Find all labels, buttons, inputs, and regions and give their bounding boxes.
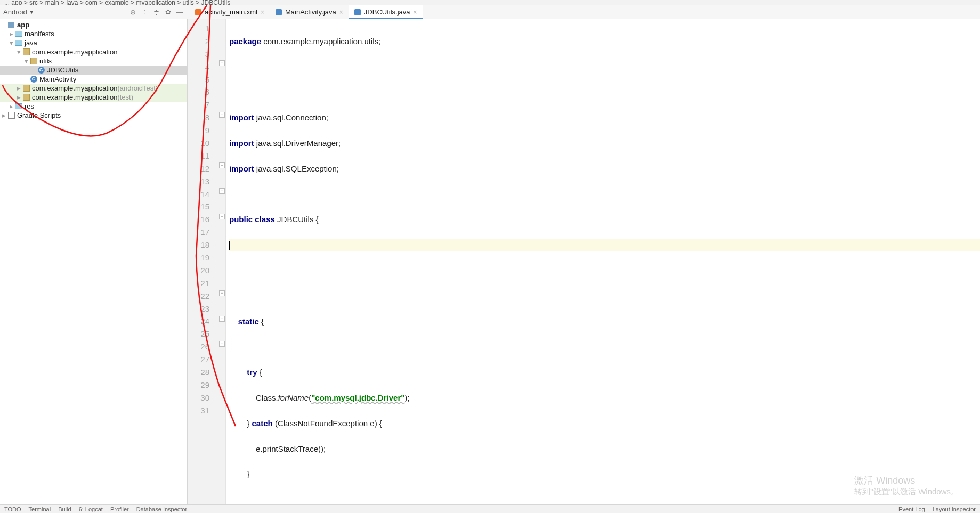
- project-tree[interactable]: app ▸manifests ▾java ▾com.example.myappl…: [0, 19, 188, 504]
- tree-node-res[interactable]: ▸res: [0, 102, 187, 111]
- text-caret: [229, 241, 230, 250]
- tree-node-manifests[interactable]: ▸manifests: [0, 29, 187, 38]
- tab-jdbcutils-java[interactable]: JDBCUtils.java×: [349, 5, 423, 19]
- close-icon[interactable]: ×: [414, 9, 417, 16]
- status-profiler[interactable]: Profiler: [110, 506, 129, 512]
- xml-file-icon: [195, 9, 201, 15]
- status-eventlog[interactable]: Event Log: [898, 506, 925, 512]
- secondary-toolbar: Android ▼ ⊕ ÷ ≑ ✿ — activity_main.xml× M…: [0, 5, 980, 19]
- tab-mainactivity-java[interactable]: MainActivity.java×: [270, 5, 349, 19]
- tree-node-utils[interactable]: ▾utils: [0, 56, 187, 66]
- status-terminal[interactable]: Terminal: [29, 506, 51, 512]
- tree-node-androidtest[interactable]: ▸com.example.myapplication (androidTest): [0, 84, 187, 93]
- status-todo[interactable]: TODO: [4, 506, 21, 512]
- divide-icon[interactable]: ÷: [140, 7, 149, 17]
- line-gutter: 1234567891011121314151617181920212223242…: [188, 19, 218, 504]
- tab-activity-main-xml[interactable]: activity_main.xml×: [190, 5, 270, 19]
- filter-icon[interactable]: ≑: [151, 7, 161, 17]
- tree-node-package[interactable]: ▾com.example.myapplication: [0, 47, 187, 56]
- close-icon[interactable]: ×: [339, 9, 343, 16]
- minimize-icon[interactable]: —: [175, 7, 184, 17]
- target-icon[interactable]: ⊕: [128, 7, 137, 17]
- java-file-icon: [354, 9, 361, 15]
- tree-node-gradle[interactable]: ▸Gradle Scripts: [0, 111, 187, 120]
- code-area[interactable]: package com.example.myapplication.utils;…: [226, 19, 980, 504]
- editor-tabs: activity_main.xml× MainActivity.java× JD…: [188, 5, 980, 19]
- code-editor[interactable]: 1234567891011121314151617181920212223242…: [188, 19, 980, 504]
- tree-node-test[interactable]: ▸com.example.myapplication (test): [0, 93, 187, 102]
- tree-node-mainactivity[interactable]: MainActivity: [0, 75, 187, 84]
- breadcrumb: ... app > src > main > java > com > exam…: [0, 0, 980, 5]
- status-layout[interactable]: Layout Inspector: [933, 506, 976, 512]
- status-build[interactable]: Build: [58, 506, 71, 512]
- status-logcat[interactable]: 6: Logcat: [79, 506, 103, 512]
- status-bar: TODO Terminal Build 6: Logcat Profiler D…: [0, 504, 980, 513]
- tree-node-java[interactable]: ▾java: [0, 38, 187, 47]
- close-icon[interactable]: ×: [261, 9, 264, 16]
- tree-node-app[interactable]: app: [0, 20, 187, 29]
- java-file-icon: [276, 9, 282, 15]
- android-view-selector[interactable]: Android ▼: [3, 8, 34, 16]
- fold-column[interactable]: − − − − − − − −: [218, 19, 226, 504]
- tree-node-jdbcutils[interactable]: JDBCUtils: [0, 66, 187, 75]
- gear-icon[interactable]: ✿: [163, 7, 173, 17]
- status-dbi[interactable]: Database Inspector: [136, 506, 187, 512]
